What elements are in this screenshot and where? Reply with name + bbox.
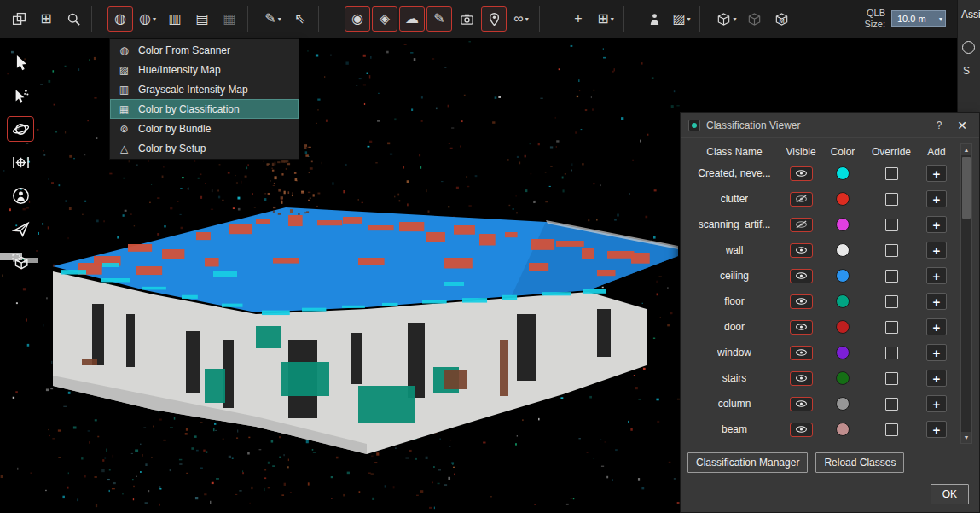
scroll-up-button[interactable]: ▲	[961, 144, 971, 155]
add-class-button[interactable]: +	[926, 370, 947, 387]
override-checkbox[interactable]	[885, 321, 898, 334]
override-checkbox[interactable]	[885, 167, 898, 180]
class-color-swatch[interactable]	[836, 346, 850, 359]
scroll-thumb[interactable]	[962, 157, 971, 219]
section-box-button[interactable]	[7, 249, 34, 275]
override-checkbox[interactable]	[885, 295, 898, 308]
person-view-button[interactable]	[641, 6, 667, 32]
visibility-toggle-eye-icon[interactable]	[790, 397, 813, 411]
duplicate-view-icon: ⊞	[40, 12, 51, 26]
override-checkbox[interactable]	[885, 244, 898, 257]
class-color-swatch[interactable]	[836, 243, 850, 257]
add-class-button[interactable]: +	[926, 318, 947, 335]
menu-item-color-by-bundle[interactable]: ⊚Color by Bundle	[110, 119, 299, 138]
menu-item-color-from-scanner[interactable]: ◍Color From Scanner	[110, 40, 299, 60]
menu-item-hue-intensity-map[interactable]: ▨Hue/Intensity Map	[110, 60, 299, 79]
color-from-scanner-button[interactable]: ◍	[107, 6, 133, 32]
close-button[interactable]: ✕	[953, 119, 971, 132]
add-class-button[interactable]: +	[926, 165, 947, 182]
scroll-down-button[interactable]: ▼	[961, 432, 971, 443]
qlb-size-select[interactable]: 10.0 m ▾	[891, 10, 946, 27]
class-row: wall+	[687, 237, 955, 263]
class-color-swatch[interactable]	[836, 397, 850, 411]
override-checkbox[interactable]	[885, 270, 898, 283]
reload-classes-button[interactable]: Reload Classes	[815, 452, 904, 473]
grayscale-map-button[interactable]: ▥	[162, 6, 188, 32]
center-view-button[interactable]	[7, 149, 34, 175]
cube-model-button[interactable]	[768, 6, 794, 32]
map-view-button[interactable]: ▤	[189, 6, 215, 32]
draw-pen-button[interactable]: ✎	[426, 6, 452, 32]
fly-mode-button[interactable]	[7, 216, 34, 242]
class-color-swatch[interactable]	[836, 218, 850, 231]
zoom-search-button[interactable]	[61, 6, 86, 32]
select-points-button[interactable]	[7, 83, 34, 108]
menu-item-label: Grayscale Intensity Map	[138, 84, 248, 96]
visibility-toggle-eye-icon[interactable]	[790, 320, 813, 335]
measure-tool-button[interactable]: ⇖	[287, 6, 313, 32]
class-row: beam+	[687, 417, 955, 442]
class-color-swatch[interactable]	[836, 320, 850, 334]
add-class-button[interactable]: +	[926, 293, 947, 310]
project-view-button[interactable]	[6, 6, 32, 32]
override-checkbox[interactable]	[885, 347, 898, 359]
add-class-button[interactable]: +	[926, 242, 947, 259]
add-class-button[interactable]: +	[926, 267, 947, 284]
menu-item-color-by-classification[interactable]: ▦Color by Classification	[110, 99, 299, 119]
ok-button[interactable]: OK	[931, 484, 969, 504]
record-target-button[interactable]: ◉	[345, 6, 370, 32]
classification-manager-button[interactable]: Classification Manager	[687, 452, 808, 473]
class-color-swatch[interactable]	[836, 294, 850, 308]
help-button[interactable]: ?	[931, 120, 947, 131]
column-header-add: Add	[918, 146, 955, 158]
visibility-toggle-eye-icon[interactable]	[790, 269, 813, 283]
class-color-swatch[interactable]	[836, 371, 850, 385]
add-class-button[interactable]: +	[926, 190, 947, 207]
hatch-pattern-button[interactable]: ▨▾	[669, 6, 694, 32]
add-class-button[interactable]: +	[926, 344, 947, 361]
visibility-toggle-eye-icon[interactable]	[790, 423, 813, 437]
brush-tool-button[interactable]: ✎▾	[260, 6, 286, 32]
visibility-toggle-eye-icon[interactable]	[790, 243, 813, 258]
visibility-toggle-eye-off-icon[interactable]	[790, 218, 813, 232]
orbit-tool-button[interactable]	[7, 116, 34, 142]
scrollbar[interactable]: ▲ ▼	[960, 143, 972, 444]
override-checkbox[interactable]	[885, 193, 898, 206]
annotation-tag-button[interactable]: ◈	[372, 6, 397, 32]
color-mode-button[interactable]: ◍▾	[135, 6, 160, 32]
class-color-swatch[interactable]	[836, 423, 850, 436]
class-color-swatch[interactable]	[836, 269, 850, 283]
visibility-toggle-eye-icon[interactable]	[790, 166, 813, 181]
add-class-button[interactable]: +	[926, 216, 947, 233]
select-cursor-button[interactable]	[7, 50, 34, 75]
add-class-button[interactable]: +	[926, 421, 947, 438]
override-checkbox[interactable]	[885, 372, 898, 385]
group-rotate-button[interactable]: ∞▾	[508, 6, 534, 32]
location-pin-button[interactable]	[481, 6, 507, 32]
visibility-toggle-eye-icon[interactable]	[790, 294, 813, 309]
panel-titlebar[interactable]: Classification Viewer ? ✕	[681, 113, 979, 138]
chevron-down-icon: ▾	[611, 15, 614, 23]
visibility-toggle-eye-icon[interactable]	[790, 346, 813, 360]
cube-view-button[interactable]: ▾	[714, 6, 739, 32]
point-cloud-viewport[interactable]	[0, 0, 680, 513]
override-checkbox[interactable]	[885, 219, 898, 231]
camera-button[interactable]	[454, 6, 479, 32]
cube-wireframe-button[interactable]	[741, 6, 767, 32]
image-view-button[interactable]: ▦	[217, 6, 242, 32]
add-class-button[interactable]: +	[926, 395, 947, 412]
class-color-swatch[interactable]	[836, 166, 850, 180]
move-axes-button[interactable]: +	[565, 6, 591, 32]
menu-item-color-by-setup[interactable]: △Color by Setup	[110, 138, 299, 158]
assistant-panel[interactable]: Assis S	[957, 0, 980, 112]
point-cloud-button[interactable]: ☁	[399, 6, 425, 32]
walk-mode-button[interactable]	[7, 183, 34, 208]
class-color-swatch[interactable]	[836, 192, 850, 206]
override-checkbox[interactable]	[885, 398, 898, 411]
grid-box-button[interactable]: ⊞▾	[593, 6, 618, 32]
override-checkbox[interactable]	[885, 423, 898, 436]
visibility-toggle-eye-off-icon[interactable]	[790, 192, 813, 207]
duplicate-view-button[interactable]: ⊞	[33, 6, 59, 32]
menu-item-grayscale-intensity-map[interactable]: ▥Grayscale Intensity Map	[110, 79, 299, 99]
visibility-toggle-eye-icon[interactable]	[790, 371, 813, 386]
